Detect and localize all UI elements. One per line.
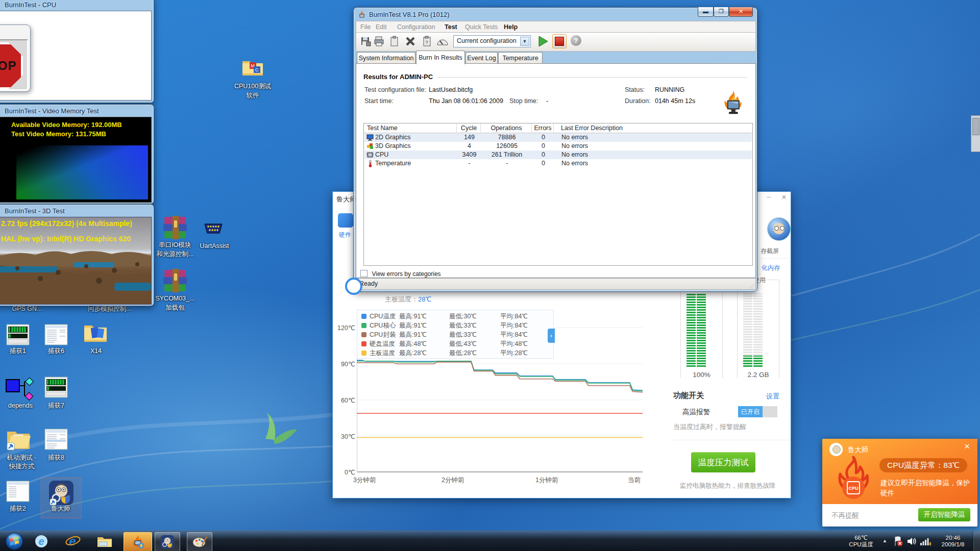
close-icon[interactable]: × [964,441,970,452]
delete-icon[interactable] [405,36,416,47]
menu-edit[interactable]: Edit [376,23,387,31]
icon-capture7-label[interactable]: 捕获7 [38,402,74,410]
icon-cpu100-label2[interactable]: 软件 [219,92,286,99]
background-scrollbar[interactable] [971,115,980,152]
window-stop-dialog[interactable]: STOP [0,24,31,92]
icon-capture7[interactable] [44,377,68,400]
col-operations[interactable]: Operations [481,124,532,133]
table-row[interactable]: 2D Graphics 149 78886 0 No errors [364,133,752,142]
icon-capture8[interactable] [44,429,68,452]
configuration-combobox[interactable]: Current configuration ▼ [453,35,531,47]
icon-x14-folder[interactable] [83,321,108,346]
col-cycle[interactable]: Cycle [457,124,481,133]
close-button[interactable]: ✕ [729,7,753,17]
chevron-down-icon[interactable]: ▼ [520,37,529,46]
show-desktop-button[interactable] [973,531,980,551]
print-icon[interactable] [374,36,385,47]
tab-hardware[interactable]: 硬件 [339,231,351,239]
icon-capture1[interactable] [6,324,30,347]
table-row[interactable]: 3D Graphics 4 126095 0 No errors [364,142,752,151]
taskbar-browser360[interactable]: e [30,532,53,550]
caption-buttons[interactable]: ▬❐✕ [698,7,753,17]
ludashi-alert-popup[interactable]: 鲁大师 × CPU CPU温度异常：83℃ 建议立即开启智能降温，保护 硬件 不… [822,439,977,527]
start-button[interactable] [4,532,24,551]
table-row[interactable]: CPU 3409 261 Trillion 0 No errors [364,151,752,159]
optimize-memory-link[interactable]: 化内存 [762,264,780,272]
icon-depends[interactable] [5,378,34,403]
icon-capture2-label[interactable]: 捕获2 [0,505,36,513]
icon-capture6-label[interactable]: 捕获6 [38,347,74,355]
window-burnintest-video[interactable]: BurnInTest - Video Memory Test Available… [0,104,154,204]
tab-system-information[interactable]: System Information [357,52,415,64]
icon-sycom-label2[interactable]: 加载包 [144,304,206,312]
volume-icon[interactable] [906,536,917,546]
menu-file[interactable]: File [360,23,371,31]
col-last-error[interactable]: Last Error Description [561,124,623,133]
tab-temperature[interactable]: Temperature [498,52,543,64]
stop-tests-button[interactable] [552,34,567,48]
tab-burn-in-results[interactable]: Burn In Results [416,51,465,64]
minimize-button[interactable]: ─ [763,193,774,203]
icon-uartassist[interactable] [203,221,224,238]
gauge-icon[interactable] [436,36,449,47]
icon-jidong-folder[interactable] [6,428,32,453]
table-row[interactable]: Temperature - - 0 No errors [364,159,752,168]
hardware-tab-icon[interactable] [338,213,353,228]
icon-uart-label[interactable]: UartAssist [184,242,245,250]
popup-dismiss-link[interactable]: 不再提醒 [831,511,859,520]
legend-collapse-arrow[interactable]: ‹ [548,329,555,343]
window-burnintest-3d[interactable]: BurnInTest - 3D Test 2.72 fps (294x172x3… [0,204,154,306]
icon-depends-label[interactable]: depends [0,402,41,410]
temp-stress-test-button[interactable]: 温度压力测试 [691,452,755,472]
clipboard-icon[interactable] [389,36,400,47]
checkbox[interactable] [360,270,368,277]
results-table[interactable]: Test Name Cycle Operations Errors Last E… [363,123,753,266]
resize-grip[interactable]: ⋰ [750,284,754,289]
taskbar-internet-explorer[interactable]: e [61,532,85,550]
tray-clock[interactable]: 20:46 2009/1/8 [936,535,970,548]
menu-quick-tests[interactable]: Quick Tests [465,23,498,31]
icon-capture6[interactable] [44,324,68,347]
col-errors[interactable]: Errors [532,124,554,133]
settings-link[interactable]: 设置 [766,392,779,401]
menu-help[interactable]: Help [504,23,518,31]
tray-cpu-temp[interactable]: 66℃ CPU温度 [843,535,879,548]
icon-partial-sync-label[interactable]: 同步模拟控制... [77,305,143,313]
taskbar-paint[interactable] [187,532,212,551]
icon-serial-rar[interactable] [162,216,188,241]
icon-capture2[interactable] [6,481,30,504]
help-button[interactable]: ? [571,35,581,46]
icon-ludashi-label[interactable]: 鲁大师 [43,505,79,513]
view-errors-checkbox-row[interactable]: View errors by categories [360,269,441,278]
col-test-name[interactable]: Test Name [367,124,398,133]
close-button[interactable]: × [778,192,790,203]
menu-test[interactable]: Test [445,23,457,31]
taskbar-burnintest[interactable] [124,532,152,551]
icon-capture8-label[interactable]: 捕获8 [38,454,74,462]
taskbar-ludashi[interactable] [155,532,180,551]
start-tests-button[interactable] [536,35,549,48]
icon-sycom-rar[interactable] [162,269,188,294]
minimize-button[interactable]: ▬ [698,7,714,17]
taskbar-explorer[interactable] [93,532,116,550]
tab-event-log[interactable]: Event Log [465,52,498,64]
window-burnintest-main[interactable]: BurnInTest V8.1 Pro (1012) ▬❐✕ File Edit… [353,7,757,292]
popup-action-button[interactable]: 开启智能降温 [918,508,970,521]
maximize-button[interactable]: ❐ [714,7,729,17]
icon-x14-label[interactable]: X14 [78,347,114,355]
save-results-icon[interactable] [360,36,372,47]
icon-partial-gps-label[interactable]: GPS GN... [4,305,50,313]
icon-cpu100-label[interactable]: CPU100测试 [219,83,286,90]
test-notes-icon[interactable]: ? [423,36,432,47]
icon-capture1-label[interactable]: 捕获1 [0,347,36,355]
network-icon[interactable]: ✱ [920,536,931,546]
action-center-flag-icon[interactable] [892,536,903,547]
icon-cpu100-folder[interactable]: M C [241,57,265,78]
icon-jidong-label2[interactable]: 快捷方式 [0,463,43,470]
alarm-toggle[interactable]: 已开启 [738,406,777,417]
icon-jidong-label[interactable]: 机动测试 - [0,454,43,462]
tray-expand-icon[interactable]: ▲ [883,538,887,543]
save-screenshot-link[interactable]: 存截屏 [761,247,779,256]
ludashi-avatar[interactable] [767,217,791,241]
menu-configuration[interactable]: Configuration [397,23,435,31]
